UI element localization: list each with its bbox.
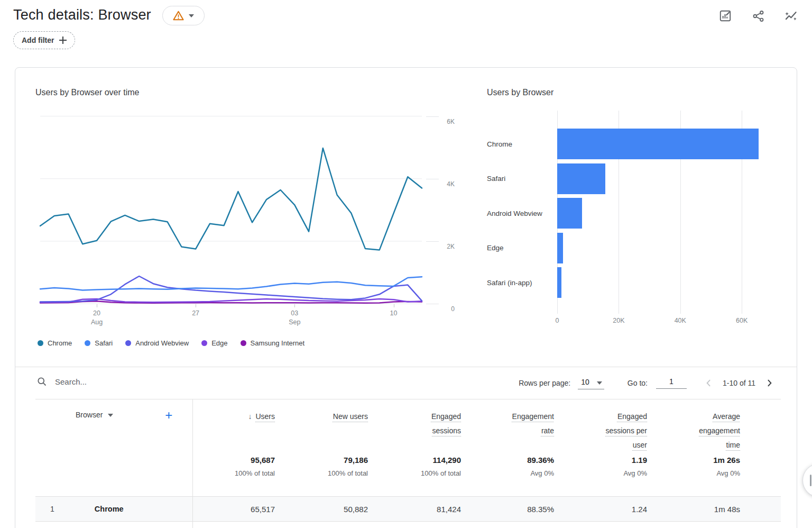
- legend-item[interactable]: Safari: [85, 339, 113, 347]
- sort-desc-icon: ↓: [248, 409, 252, 424]
- table-header-row: Browser + ↓UsersNew usersEngagedsessions…: [35, 399, 781, 456]
- add-filter-button[interactable]: Add filter: [13, 31, 75, 49]
- insights-icon[interactable]: [780, 5, 801, 26]
- goto-label: Go to:: [628, 379, 648, 387]
- row-cell: 1m 48s: [647, 505, 740, 514]
- dimension-header[interactable]: Browser: [76, 411, 103, 419]
- legend-item[interactable]: Android Webview: [125, 339, 189, 347]
- chevron-down-icon: [189, 14, 194, 17]
- row-cell: 1.24: [554, 505, 647, 514]
- bar-category-label: Android Webview: [487, 198, 549, 229]
- column-header-new-users[interactable]: New users: [275, 409, 368, 456]
- legend-item[interactable]: Edge: [201, 339, 227, 347]
- previous-page-icon[interactable]: [703, 377, 715, 389]
- bar-safari[interactable]: [557, 163, 605, 194]
- chevron-down-icon[interactable]: [108, 414, 113, 417]
- bar-category-label: Chrome: [487, 129, 549, 159]
- floating-button-glyph: [810, 475, 811, 486]
- edit-report-icon[interactable]: [715, 5, 736, 26]
- totals-cell: 79,186100% of total: [275, 456, 368, 496]
- legend-dot: [38, 340, 43, 346]
- search-icon: [36, 376, 47, 387]
- add-column-button[interactable]: +: [165, 408, 172, 423]
- report-card: Users by Browser over time 02K4K6K 20 Au…: [15, 67, 797, 528]
- column-header-engaged-sessions[interactable]: Engagedsessions: [368, 409, 461, 456]
- column-divider: [192, 399, 193, 528]
- bar-chart[interactable]: 020K40K60KChromeSafariAndroid WebviewEdg…: [487, 111, 783, 322]
- floating-button-partial[interactable]: [802, 463, 812, 497]
- column-header-engaged-sessions-per-user[interactable]: Engagedsessions peruser: [554, 409, 647, 456]
- row-dimension: Chrome: [54, 505, 124, 513]
- bar-chrome[interactable]: [557, 129, 759, 159]
- column-header-users[interactable]: ↓Users: [192, 409, 275, 456]
- add-filter-label: Add filter: [22, 36, 54, 44]
- legend-dot: [125, 340, 131, 346]
- line-chart-legend: ChromeSafariAndroid WebviewEdgeSamsung I…: [38, 339, 304, 347]
- chevron-down-icon: [597, 381, 602, 385]
- bar-chart-title: Users by Browser: [487, 88, 553, 97]
- bar-axis-label: 60K: [728, 317, 755, 324]
- row-cell: 65,517: [192, 505, 275, 514]
- search-placeholder: Search...: [55, 377, 87, 386]
- legend-dot: [241, 340, 246, 346]
- totals-cell: 114,290100% of total: [368, 456, 461, 496]
- legend-dot: [201, 340, 207, 346]
- table-totals-row: 95,687100% of total79,186100% of total11…: [35, 456, 781, 496]
- rows-per-page-select[interactable]: 10: [578, 377, 604, 389]
- bar-category-label: Safari: [487, 163, 549, 194]
- data-quality-warning-chip[interactable]: [162, 6, 205, 25]
- line-chart-title: Users by Browser over time: [35, 88, 140, 97]
- bar-edge[interactable]: [557, 233, 563, 263]
- table-controls: Search... Rows per page: 10 Go to: 1 1-1…: [15, 367, 797, 399]
- bar-axis-label: 40K: [667, 317, 694, 324]
- goto-page-input[interactable]: 1: [656, 377, 687, 389]
- bar-axis-label: 20K: [605, 317, 632, 324]
- totals-cell: 89.36%Avg 0%: [461, 456, 554, 496]
- totals-cell: 1.19Avg 0%: [554, 456, 647, 496]
- legend-dot: [85, 340, 90, 346]
- row-cell: 88.35%: [461, 505, 554, 514]
- warning-triangle-icon: [173, 11, 184, 21]
- report-toolbar: [715, 5, 801, 26]
- totals-cell: 95,687100% of total: [192, 456, 275, 496]
- series-chrome: [40, 148, 422, 250]
- column-header-average-engagement-time[interactable]: Averageengagementtime: [647, 409, 740, 456]
- column-header-engagement-rate[interactable]: Engagementrate: [461, 409, 554, 456]
- page-title: Tech details: Browser: [13, 7, 151, 23]
- plus-icon: [59, 37, 67, 44]
- table-row-partial[interactable]: [35, 521, 781, 528]
- series-samsung-internet: [40, 301, 422, 303]
- bar-axis-label: 0: [544, 317, 570, 324]
- bar-android-webview[interactable]: [557, 198, 582, 229]
- bar-category-label: Safari (in-app): [487, 267, 549, 298]
- series-safari: [40, 277, 422, 290]
- table-search[interactable]: Search...: [36, 376, 87, 387]
- table-row[interactable]: 1Chrome65,51750,88281,42488.35%1.241m 48…: [35, 496, 781, 521]
- next-page-icon[interactable]: [763, 377, 776, 389]
- bar-safari-in-app-[interactable]: [557, 267, 561, 298]
- row-cell: 81,424: [368, 505, 461, 514]
- legend-item[interactable]: Chrome: [38, 339, 72, 347]
- page-info: 1-10 of 11: [723, 379, 755, 387]
- row-cell: 50,882: [275, 505, 368, 514]
- legend-item[interactable]: Samsung Internet: [241, 339, 305, 347]
- totals-cell: 1m 26sAvg 0%: [647, 456, 740, 496]
- rows-per-page-label: Rows per page:: [519, 379, 570, 387]
- table-pagination: Rows per page: 10 Go to: 1 1-10 of 11: [519, 367, 776, 399]
- bar-category-label: Edge: [487, 233, 549, 263]
- line-chart-plot: [40, 104, 422, 304]
- line-chart[interactable]: 02K4K6K 20 Aug2703 Sep10: [40, 104, 422, 304]
- share-icon[interactable]: [748, 5, 769, 26]
